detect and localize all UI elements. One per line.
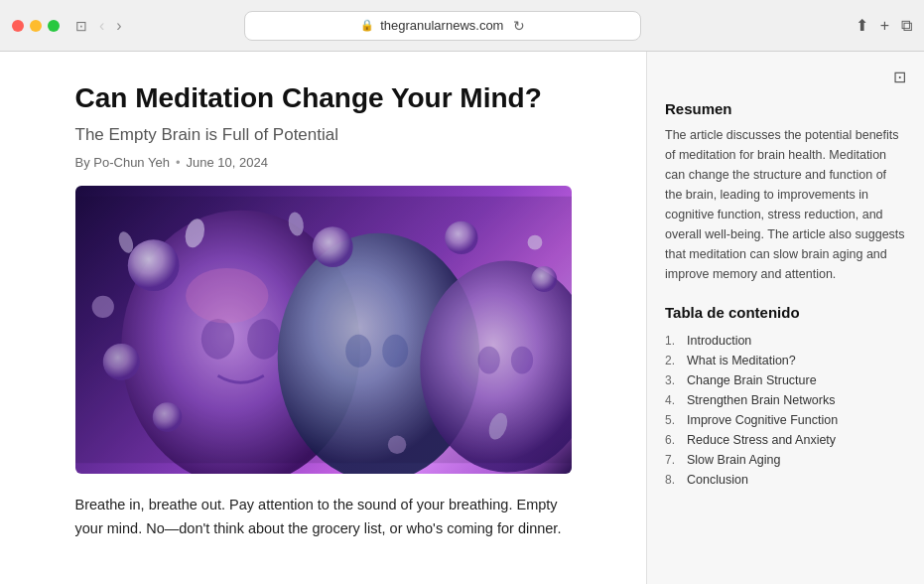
article-inner: Can Meditation Change Your Mind? The Emp…: [36, 52, 611, 570]
toc-item[interactable]: 3.Change Brain Structure: [665, 370, 906, 390]
tabs-button[interactable]: ⧉: [901, 17, 912, 35]
article-byline: By Po-Chun Yeh • June 10, 2024: [75, 155, 572, 170]
article-hero-image: [75, 186, 572, 474]
resumen-heading: Resumen: [665, 100, 906, 117]
new-tab-button[interactable]: +: [880, 17, 889, 35]
refresh-button[interactable]: ↻: [513, 18, 525, 34]
toc-item-number: 1.: [665, 334, 683, 348]
toc-list: 1.Introduction2.What is Meditation?3.Cha…: [665, 331, 906, 490]
byline-separator: •: [176, 155, 181, 170]
forward-button[interactable]: ›: [112, 15, 125, 37]
browser-actions: ⬆ + ⧉: [856, 16, 912, 35]
toc-item[interactable]: 2.What is Meditation?: [665, 351, 906, 370]
resumen-text: The article discusses the potential bene…: [665, 125, 906, 284]
toc-item-number: 7.: [665, 453, 683, 467]
toc-item-label: Improve Cognitive Function: [687, 413, 838, 427]
sidebar-pane: ⊡ Resumen The article discusses the pote…: [646, 52, 924, 584]
toc-item-label: Introduction: [687, 334, 751, 348]
article-body: Breathe in, breathe out. Pay attention t…: [75, 494, 572, 541]
article-author: By Po-Chun Yeh: [75, 155, 170, 170]
sidebar-toggle-button[interactable]: ⊡: [75, 18, 87, 34]
toc-item-label: What is Meditation?: [687, 354, 796, 367]
close-button[interactable]: [12, 20, 24, 32]
toc-item[interactable]: 7.Slow Brain Aging: [665, 450, 906, 470]
minimize-button[interactable]: [30, 20, 42, 32]
toc-item[interactable]: 6.Reduce Stress and Anxiety: [665, 430, 906, 450]
toc-item-number: 5.: [665, 413, 683, 427]
toc-item-number: 8.: [665, 473, 683, 487]
toc-item-number: 4.: [665, 393, 683, 407]
lock-icon: 🔒: [360, 19, 374, 32]
toc-item-label: Strengthen Brain Networks: [687, 393, 835, 407]
traffic-lights: [12, 20, 60, 32]
article-date: June 10, 2024: [186, 155, 267, 170]
toc-item-label: Change Brain Structure: [687, 373, 817, 387]
article-pane[interactable]: Can Meditation Change Your Mind? The Emp…: [0, 52, 646, 584]
browser-chrome: ⊡ ‹ › 🔒 thegranularnews.com ↻ ⬆ + ⧉: [0, 0, 924, 52]
main-area: Can Meditation Change Your Mind? The Emp…: [0, 52, 924, 584]
back-button[interactable]: ‹: [95, 15, 108, 37]
toc-item[interactable]: 5.Improve Cognitive Function: [665, 410, 906, 430]
url-text: thegranularnews.com: [380, 18, 503, 33]
svg-rect-23: [75, 196, 572, 463]
address-bar[interactable]: 🔒 thegranularnews.com ↻: [244, 11, 641, 41]
maximize-button[interactable]: [48, 20, 60, 32]
toc-item[interactable]: 1.Introduction: [665, 331, 906, 351]
toc-item-label: Reduce Stress and Anxiety: [687, 433, 836, 447]
nav-arrows: ‹ ›: [95, 15, 126, 37]
toc-item[interactable]: 8.Conclusion: [665, 470, 906, 490]
toc-item-number: 3.: [665, 373, 683, 387]
toc-item-number: 2.: [665, 354, 683, 367]
toc-heading: Tabla de contenido: [665, 304, 906, 321]
toc-item-label: Slow Brain Aging: [687, 453, 781, 467]
article-subtitle: The Empty Brain is Full of Potential: [75, 125, 572, 145]
article-title: Can Meditation Change Your Mind?: [75, 81, 572, 115]
share-button[interactable]: ⬆: [856, 16, 868, 35]
toc-item-number: 6.: [665, 433, 683, 447]
toc-item[interactable]: 4.Strengthen Brain Networks: [665, 390, 906, 410]
sidebar-top-icons: ⊡: [665, 68, 906, 86]
reader-view-button[interactable]: ⊡: [893, 68, 906, 86]
toc-item-label: Conclusion: [687, 473, 748, 487]
